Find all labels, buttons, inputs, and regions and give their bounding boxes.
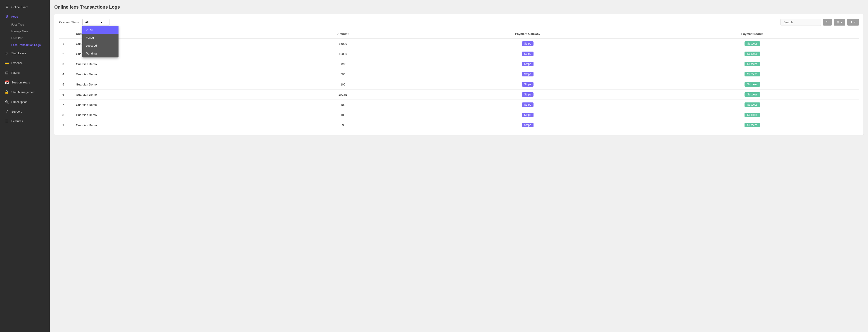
col-header-status: Payment Status (646, 29, 859, 38)
dropdown-item-pending[interactable]: Pending (82, 50, 119, 57)
table-row: 8 Guardian Demo 100 Stripe Success (59, 110, 859, 120)
fees-subitems: Fees Type Manage Fees Fees Paid Fees Tra… (0, 21, 50, 49)
refresh-button[interactable]: ↻ (823, 19, 832, 26)
sidebar-item-label: Subscription (11, 100, 28, 103)
sidebar-item-online-exam[interactable]: 🖥 Online Exam (0, 2, 50, 12)
table-row: 9 Guardian Demo 9 Stripe Success (59, 120, 859, 130)
dollar-icon: $ (4, 14, 9, 19)
sidebar-item-staff-management[interactable]: 🔒 Staff Management (0, 87, 50, 97)
cell-number: 9 (59, 120, 72, 130)
dropdown-item-label: Pending (86, 52, 97, 55)
dropdown-item-label: All (90, 28, 93, 31)
table-row: 4 Guardian Demo 500 Stripe Success (59, 69, 859, 80)
cell-user: Guardian Demo (72, 120, 276, 130)
gateway-badge: Stripe (522, 62, 533, 66)
dropdown-item-all[interactable]: ✓ All (82, 26, 119, 34)
gateway-badge: Stripe (522, 82, 533, 87)
content-card: Payment Status All ▾ ✓ All Failed succee… (54, 14, 864, 135)
columns-icon: ⊞ (837, 21, 839, 24)
sidebar-subitem-fees-type[interactable]: Fees Type (9, 21, 50, 28)
sidebar-subitem-fees-paid[interactable]: Fees Paid (9, 35, 50, 41)
table-body: 1 Guardian Demo 15000 Stripe Success 2 G… (59, 38, 859, 130)
cell-user: Guardian Demo (72, 110, 276, 120)
sidebar-item-features[interactable]: ☰ Features (0, 116, 50, 126)
dropdown-item-succeed[interactable]: succeed (82, 41, 119, 50)
cell-gateway: Stripe (410, 49, 646, 59)
sidebar-item-staff-leave[interactable]: ✈ Staff Leave (0, 49, 50, 58)
cell-amount: 15000 (276, 38, 410, 49)
dropdown-menu: ✓ All Failed succeed Pending (82, 26, 119, 57)
calendar-icon: 📅 (4, 80, 9, 85)
cell-amount: 500 (276, 69, 410, 80)
sidebar-item-label: Support (11, 110, 22, 113)
cell-amount: 100 (276, 100, 410, 110)
cell-gateway: Stripe (410, 38, 646, 49)
cell-status: Success (646, 59, 859, 69)
sidebar-item-subscription[interactable]: 🔌 Subscription (0, 97, 50, 107)
status-badge: Success (745, 41, 760, 46)
expense-icon: 💳 (4, 61, 9, 65)
sidebar-item-payroll[interactable]: ▤ Payroll (0, 68, 50, 78)
columns-button[interactable]: ⊞ ▾ (834, 19, 845, 26)
export-button[interactable]: ⬇ ▾ (847, 19, 859, 26)
page-title: Online fees Transactions Logs (54, 4, 864, 10)
check-icon: ✓ (86, 28, 88, 31)
cell-status: Success (646, 100, 859, 110)
refresh-icon: ↻ (826, 21, 829, 24)
list-icon: ☰ (4, 119, 9, 123)
table-row: 7 Guardian Demo 100 Stripe Success (59, 100, 859, 110)
main-content: Online fees Transactions Logs Payment St… (50, 0, 868, 332)
plugin-icon: 🔌 (4, 100, 9, 104)
cell-gateway: Stripe (410, 110, 646, 120)
sidebar-item-support[interactable]: ? Support (0, 107, 50, 116)
cell-amount: 100 (276, 80, 410, 90)
status-badge: Success (745, 52, 760, 56)
gateway-badge: Stripe (522, 113, 533, 117)
sidebar-item-session-years[interactable]: 📅 Session Years (0, 78, 50, 87)
sidebar-item-label: Session Years (11, 81, 30, 84)
gateway-badge: Stripe (522, 41, 533, 46)
status-badge: Success (745, 62, 760, 66)
sidebar-subitem-manage-fees[interactable]: Manage Fees (9, 28, 50, 35)
gateway-badge: Stripe (522, 92, 533, 97)
sidebar-item-expense[interactable]: 💳 Expense (0, 58, 50, 68)
toolbar-right: ↻ ⊞ ▾ ⬇ ▾ (780, 19, 859, 26)
search-input[interactable] (780, 19, 821, 26)
table-row: 1 Guardian Demo 15000 Stripe Success (59, 38, 859, 49)
cell-user: Guardian Demo (72, 100, 276, 110)
cell-status: Success (646, 90, 859, 100)
sidebar-item-label: Fees (11, 15, 18, 18)
sidebar-item-fees[interactable]: $ Fees (0, 12, 50, 21)
status-badge: Success (745, 123, 760, 127)
sidebar-item-label: Staff Management (11, 90, 35, 94)
filter-select-button[interactable]: All ▾ (82, 19, 110, 26)
gateway-badge: Stripe (522, 52, 533, 56)
cell-gateway: Stripe (410, 100, 646, 110)
lock-icon: 🔒 (4, 90, 9, 94)
col-header-number (59, 29, 72, 38)
plane-icon: ✈ (4, 51, 9, 55)
cell-amount: 5000 (276, 59, 410, 69)
cell-status: Success (646, 120, 859, 130)
table-row: 6 Guardian Demo 100.81 Stripe Success (59, 90, 859, 100)
filter-label: Payment Status (59, 21, 80, 24)
cell-number: 8 (59, 110, 72, 120)
sidebar-item-label: Online Exam (11, 5, 28, 9)
cell-gateway: Stripe (410, 59, 646, 69)
filter-row: Payment Status All ▾ ✓ All Failed succee… (59, 19, 859, 26)
monitor-icon: 🖥 (4, 5, 9, 9)
cell-status: Success (646, 69, 859, 80)
cell-number: 6 (59, 90, 72, 100)
cell-number: 4 (59, 69, 72, 80)
sidebar-item-label: Staff Leave (11, 52, 26, 55)
col-header-gateway: Payment Gateway (410, 29, 646, 38)
payment-status-filter[interactable]: All ▾ ✓ All Failed succeed Pending (82, 19, 110, 26)
cell-user: Guardian Demo (72, 59, 276, 69)
dropdown-item-label: succeed (86, 44, 97, 47)
cell-number: 5 (59, 80, 72, 90)
cell-gateway: Stripe (410, 120, 646, 130)
sidebar-subitem-fees-transaction-logs[interactable]: Fees Transaction Logs (9, 41, 50, 49)
sidebar-item-label: Expense (11, 61, 23, 65)
gateway-badge: Stripe (522, 123, 533, 127)
dropdown-item-failed[interactable]: Failed (82, 34, 119, 41)
